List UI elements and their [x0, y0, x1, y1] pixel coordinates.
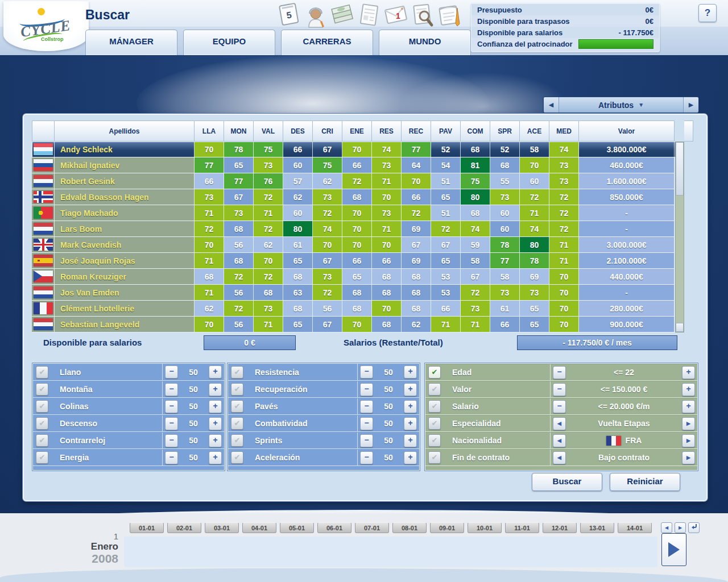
- filter-checkbox[interactable]: ✔: [428, 417, 441, 430]
- rider-row[interactable]: Clément Lhotellerie627273685668706866736…: [32, 301, 684, 317]
- plus-button[interactable]: +: [682, 383, 695, 396]
- plus-button[interactable]: +: [209, 434, 222, 447]
- plus-button[interactable]: +: [209, 417, 222, 430]
- prev-arrow-icon[interactable]: ◀: [553, 434, 566, 447]
- next-arrow-icon[interactable]: ▶: [682, 434, 695, 447]
- header-des[interactable]: DES: [283, 120, 313, 142]
- timeline-return-icon[interactable]: [688, 522, 700, 533]
- filter-checkbox[interactable]: ✔: [231, 417, 243, 430]
- date-tab[interactable]: 03-01: [205, 522, 239, 533]
- rider-row[interactable]: Robert Gesink667776576272717051755560731…: [32, 173, 684, 189]
- minus-button[interactable]: −: [165, 365, 178, 379]
- filter-checkbox[interactable]: ✔: [36, 366, 48, 379]
- rider-row[interactable]: Mark Cavendish70566261707070676759788071…: [32, 237, 684, 253]
- minus-button[interactable]: −: [360, 365, 373, 379]
- plus-button[interactable]: +: [209, 400, 222, 413]
- scrollbar-bottom-cap[interactable]: [676, 323, 684, 332]
- date-tab[interactable]: 07-01: [355, 522, 389, 533]
- header-rec[interactable]: REC: [402, 120, 431, 142]
- filter-checkbox[interactable]: ✔: [231, 434, 243, 447]
- filter-checkbox[interactable]: ✔: [231, 366, 243, 379]
- next-arrow-icon[interactable]: ▶: [682, 417, 695, 430]
- plus-button[interactable]: +: [209, 383, 222, 396]
- rider-row[interactable]: Andy Schleck707875666770747752685258743.…: [32, 142, 684, 157]
- filter-checkbox[interactable]: ✔: [36, 417, 48, 430]
- prev-arrow-icon[interactable]: ◀: [553, 451, 566, 464]
- date-tab[interactable]: 13-01: [580, 522, 614, 533]
- filter-checkbox[interactable]: ✔: [36, 383, 48, 396]
- minus-button[interactable]: −: [165, 434, 178, 447]
- date-tab[interactable]: 14-01: [618, 522, 652, 533]
- minus-button[interactable]: −: [360, 400, 373, 413]
- header-ene[interactable]: ENE: [342, 120, 372, 142]
- attributes-prev-icon[interactable]: ◀: [544, 97, 559, 113]
- timeline-next-icon[interactable]: ▶: [675, 522, 686, 533]
- plus-button[interactable]: +: [404, 451, 417, 464]
- date-tab[interactable]: 02-01: [167, 522, 201, 533]
- minus-button[interactable]: −: [360, 451, 373, 464]
- filter-checkbox[interactable]: ✔: [428, 366, 441, 379]
- filter-checkbox[interactable]: ✔: [231, 383, 243, 396]
- rider-row[interactable]: Lars Boom72687280747071697274607472-: [32, 221, 684, 237]
- advance-day-button[interactable]: [661, 533, 686, 566]
- plus-button[interactable]: +: [404, 434, 417, 447]
- date-tab[interactable]: 06-01: [317, 522, 351, 533]
- newspaper-icon[interactable]: [357, 1, 382, 28]
- rider-row[interactable]: Jos Van Emden71566863726868685372737370-: [32, 285, 684, 301]
- minus-button[interactable]: −: [165, 417, 178, 430]
- filter-checkbox[interactable]: ✔: [428, 383, 441, 396]
- minus-button[interactable]: −: [360, 383, 373, 396]
- date-tab[interactable]: 05-01: [280, 522, 314, 533]
- filter-checkbox[interactable]: ✔: [428, 434, 441, 447]
- minus-button[interactable]: −: [165, 451, 178, 464]
- plus-button[interactable]: +: [404, 365, 417, 379]
- scrollbar-thumb[interactable]: [676, 142, 684, 196]
- header-spr[interactable]: SPR: [490, 120, 520, 142]
- minus-button[interactable]: −: [165, 383, 178, 396]
- filter-checkbox[interactable]: ✔: [231, 451, 243, 464]
- header-com[interactable]: COM: [461, 120, 490, 142]
- date-tab[interactable]: 08-01: [392, 522, 427, 533]
- date-tab[interactable]: 12-01: [543, 522, 577, 533]
- plus-button[interactable]: +: [404, 417, 417, 430]
- rider-row[interactable]: Mikhail Ignatiev776573607566736454816870…: [32, 157, 684, 173]
- search-icon[interactable]: [410, 1, 435, 28]
- minus-button[interactable]: −: [553, 366, 566, 379]
- date-tab[interactable]: 11-01: [505, 522, 539, 533]
- filter-checkbox[interactable]: ✔: [231, 400, 243, 413]
- minus-button[interactable]: −: [360, 434, 373, 447]
- rider-row[interactable]: Tiago Machado71737160727073725168607172-: [32, 205, 684, 221]
- date-tab[interactable]: 09-01: [430, 522, 464, 533]
- plus-button[interactable]: +: [682, 366, 695, 379]
- mail-icon[interactable]: 1: [383, 1, 408, 28]
- notes-icon[interactable]: [437, 1, 462, 28]
- filter-checkbox[interactable]: ✔: [36, 434, 48, 447]
- money-icon[interactable]: [330, 1, 355, 28]
- header-val[interactable]: VAL: [254, 120, 283, 142]
- help-button[interactable]: ?: [698, 4, 717, 22]
- tab-mundo[interactable]: MUNDO: [379, 30, 471, 55]
- plus-button[interactable]: +: [209, 451, 222, 464]
- rider-row[interactable]: Edvald Boasson Hagen73677262736870666580…: [32, 189, 684, 205]
- filter-checkbox[interactable]: ✔: [428, 451, 441, 464]
- header-ace[interactable]: ACE: [520, 120, 549, 142]
- minus-button[interactable]: −: [553, 400, 566, 413]
- minus-button[interactable]: −: [165, 400, 178, 413]
- header-med[interactable]: MED: [549, 120, 579, 142]
- attributes-dropdown[interactable]: Atributos ▼: [559, 97, 683, 113]
- header-pav[interactable]: PAV: [431, 120, 461, 142]
- next-arrow-icon[interactable]: ▶: [682, 451, 695, 464]
- header-apellidos[interactable]: Apellidos: [55, 120, 195, 142]
- prev-arrow-icon[interactable]: ◀: [553, 417, 566, 430]
- header-mon[interactable]: MON: [224, 120, 254, 142]
- attributes-next-icon[interactable]: ▶: [683, 97, 698, 113]
- date-tab[interactable]: 04-01: [242, 522, 276, 533]
- filter-checkbox[interactable]: ✔: [36, 451, 48, 464]
- plus-button[interactable]: +: [209, 365, 222, 379]
- date-tab[interactable]: 01-01: [130, 522, 164, 533]
- date-tab[interactable]: 10-01: [468, 522, 502, 533]
- rider-row[interactable]: Roman Kreuziger6872726873656868536758697…: [32, 269, 684, 285]
- minus-button[interactable]: −: [553, 383, 566, 396]
- minus-button[interactable]: −: [360, 417, 373, 430]
- header-res[interactable]: RES: [372, 120, 402, 142]
